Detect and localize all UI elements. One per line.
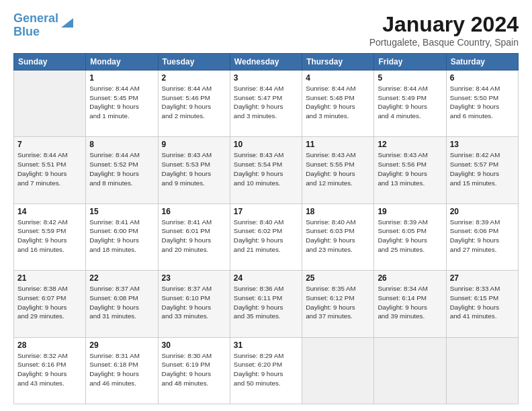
title-location: Portugalete, Basque Country, Spain — [369, 37, 519, 48]
calendar-cell: 14Sunrise: 8:42 AM Sunset: 5:59 PM Dayli… — [14, 203, 86, 270]
calendar-cell: 6Sunrise: 8:44 AM Sunset: 5:50 PM Daylig… — [446, 71, 518, 137]
logo-text: General Blue — [13, 12, 58, 39]
day-number: 29 — [89, 340, 154, 350]
calendar-cell: 3Sunrise: 8:44 AM Sunset: 5:47 PM Daylig… — [230, 71, 302, 137]
day-info: Sunrise: 8:40 AM Sunset: 6:03 PM Dayligh… — [306, 218, 370, 255]
day-info: Sunrise: 8:30 AM Sunset: 6:19 PM Dayligh… — [162, 351, 226, 388]
week-row-2: 7Sunrise: 8:44 AM Sunset: 5:51 PM Daylig… — [14, 137, 519, 203]
day-number: 8 — [89, 140, 154, 149]
header-wednesday: Wednesday — [230, 54, 302, 71]
day-info: Sunrise: 8:41 AM Sunset: 6:01 PM Dayligh… — [162, 218, 226, 255]
logo: General Blue — [13, 12, 75, 39]
day-number: 11 — [306, 140, 370, 149]
day-number: 15 — [89, 207, 154, 216]
day-info: Sunrise: 8:39 AM Sunset: 6:06 PM Dayligh… — [450, 218, 515, 255]
calendar-cell: 11Sunrise: 8:43 AM Sunset: 5:55 PM Dayli… — [302, 137, 374, 203]
day-info: Sunrise: 8:36 AM Sunset: 6:11 PM Dayligh… — [234, 284, 298, 321]
calendar-cell: 19Sunrise: 8:39 AM Sunset: 6:05 PM Dayli… — [374, 203, 446, 270]
calendar-cell: 30Sunrise: 8:30 AM Sunset: 6:19 PM Dayli… — [158, 337, 230, 404]
calendar-cell: 31Sunrise: 8:29 AM Sunset: 6:20 PM Dayli… — [230, 337, 302, 404]
day-info: Sunrise: 8:37 AM Sunset: 6:08 PM Dayligh… — [89, 284, 154, 321]
calendar-cell: 22Sunrise: 8:37 AM Sunset: 6:08 PM Dayli… — [86, 271, 158, 337]
header: General Blue January 2024 Portugalete, B… — [13, 12, 519, 48]
calendar-cell: 15Sunrise: 8:41 AM Sunset: 6:00 PM Dayli… — [86, 203, 158, 270]
calendar-cell: 2Sunrise: 8:44 AM Sunset: 5:46 PM Daylig… — [158, 71, 230, 137]
day-number: 21 — [17, 273, 82, 283]
day-number: 14 — [17, 207, 82, 216]
weekday-header-row: Sunday Monday Tuesday Wednesday Thursday… — [14, 54, 519, 71]
svg-marker-0 — [61, 18, 73, 28]
day-info: Sunrise: 8:34 AM Sunset: 6:14 PM Dayligh… — [378, 284, 442, 321]
day-info: Sunrise: 8:44 AM Sunset: 5:45 PM Dayligh… — [89, 84, 154, 121]
day-number: 7 — [17, 140, 82, 149]
day-number: 5 — [378, 73, 442, 83]
day-number: 17 — [234, 207, 298, 216]
day-number: 9 — [162, 140, 226, 149]
day-info: Sunrise: 8:44 AM Sunset: 5:49 PM Dayligh… — [378, 84, 442, 121]
day-info: Sunrise: 8:29 AM Sunset: 6:20 PM Dayligh… — [234, 351, 298, 388]
day-number: 31 — [234, 340, 298, 350]
calendar-cell: 13Sunrise: 8:42 AM Sunset: 5:57 PM Dayli… — [446, 137, 518, 203]
day-number: 4 — [306, 73, 370, 83]
calendar-cell: 29Sunrise: 8:31 AM Sunset: 6:18 PM Dayli… — [86, 337, 158, 404]
day-number: 23 — [162, 273, 226, 283]
day-number: 3 — [234, 73, 298, 83]
header-sunday: Sunday — [14, 54, 86, 71]
calendar-cell: 21Sunrise: 8:38 AM Sunset: 6:07 PM Dayli… — [14, 271, 86, 337]
header-saturday: Saturday — [446, 54, 518, 71]
calendar-cell: 10Sunrise: 8:43 AM Sunset: 5:54 PM Dayli… — [230, 137, 302, 203]
day-number: 22 — [89, 273, 154, 283]
logo-line1: General — [13, 11, 58, 25]
week-row-1: 1Sunrise: 8:44 AM Sunset: 5:45 PM Daylig… — [14, 71, 519, 137]
header-thursday: Thursday — [302, 54, 374, 71]
header-friday: Friday — [374, 54, 446, 71]
calendar-cell — [446, 337, 518, 404]
calendar-cell: 27Sunrise: 8:33 AM Sunset: 6:15 PM Dayli… — [446, 271, 518, 337]
calendar-cell — [14, 71, 86, 137]
day-number: 19 — [378, 207, 442, 216]
calendar-cell: 24Sunrise: 8:36 AM Sunset: 6:11 PM Dayli… — [230, 271, 302, 337]
day-info: Sunrise: 8:44 AM Sunset: 5:47 PM Dayligh… — [234, 84, 298, 121]
day-info: Sunrise: 8:31 AM Sunset: 6:18 PM Dayligh… — [89, 351, 154, 388]
logo-line2: Blue — [13, 25, 40, 38]
day-number: 10 — [234, 140, 298, 149]
calendar-cell: 1Sunrise: 8:44 AM Sunset: 5:45 PM Daylig… — [86, 71, 158, 137]
day-info: Sunrise: 8:32 AM Sunset: 6:16 PM Dayligh… — [17, 351, 82, 388]
day-number: 25 — [306, 273, 370, 283]
day-info: Sunrise: 8:43 AM Sunset: 5:54 PM Dayligh… — [234, 150, 298, 187]
day-info: Sunrise: 8:37 AM Sunset: 6:10 PM Dayligh… — [162, 284, 226, 321]
day-info: Sunrise: 8:42 AM Sunset: 5:57 PM Dayligh… — [450, 150, 515, 187]
calendar-cell: 16Sunrise: 8:41 AM Sunset: 6:01 PM Dayli… — [158, 203, 230, 270]
day-info: Sunrise: 8:44 AM Sunset: 5:46 PM Dayligh… — [162, 84, 226, 121]
day-info: Sunrise: 8:33 AM Sunset: 6:15 PM Dayligh… — [450, 284, 515, 321]
day-number: 1 — [89, 73, 154, 83]
day-info: Sunrise: 8:35 AM Sunset: 6:12 PM Dayligh… — [306, 284, 370, 321]
day-number: 30 — [162, 340, 226, 350]
day-number: 16 — [162, 207, 226, 216]
day-info: Sunrise: 8:43 AM Sunset: 5:56 PM Dayligh… — [378, 150, 442, 187]
calendar-table: Sunday Monday Tuesday Wednesday Thursday… — [13, 53, 519, 404]
day-number: 24 — [234, 273, 298, 283]
calendar-cell: 9Sunrise: 8:43 AM Sunset: 5:53 PM Daylig… — [158, 137, 230, 203]
day-info: Sunrise: 8:43 AM Sunset: 5:53 PM Dayligh… — [162, 150, 226, 187]
calendar-cell: 17Sunrise: 8:40 AM Sunset: 6:02 PM Dayli… — [230, 203, 302, 270]
calendar-cell: 25Sunrise: 8:35 AM Sunset: 6:12 PM Dayli… — [302, 271, 374, 337]
logo-arrow-icon — [60, 15, 75, 30]
day-number: 13 — [450, 140, 515, 149]
day-info: Sunrise: 8:38 AM Sunset: 6:07 PM Dayligh… — [17, 284, 82, 321]
week-row-4: 21Sunrise: 8:38 AM Sunset: 6:07 PM Dayli… — [14, 271, 519, 337]
calendar-cell: 23Sunrise: 8:37 AM Sunset: 6:10 PM Dayli… — [158, 271, 230, 337]
day-info: Sunrise: 8:40 AM Sunset: 6:02 PM Dayligh… — [234, 218, 298, 255]
day-number: 6 — [450, 73, 515, 83]
calendar-cell: 7Sunrise: 8:44 AM Sunset: 5:51 PM Daylig… — [14, 137, 86, 203]
header-monday: Monday — [86, 54, 158, 71]
day-number: 12 — [378, 140, 442, 149]
calendar-cell — [302, 337, 374, 404]
day-info: Sunrise: 8:44 AM Sunset: 5:51 PM Dayligh… — [17, 150, 82, 187]
calendar-cell — [374, 337, 446, 404]
day-info: Sunrise: 8:43 AM Sunset: 5:55 PM Dayligh… — [306, 150, 370, 187]
title-month: January 2024 — [369, 12, 519, 37]
calendar-cell: 5Sunrise: 8:44 AM Sunset: 5:49 PM Daylig… — [374, 71, 446, 137]
day-info: Sunrise: 8:39 AM Sunset: 6:05 PM Dayligh… — [378, 218, 442, 255]
day-number: 27 — [450, 273, 515, 283]
